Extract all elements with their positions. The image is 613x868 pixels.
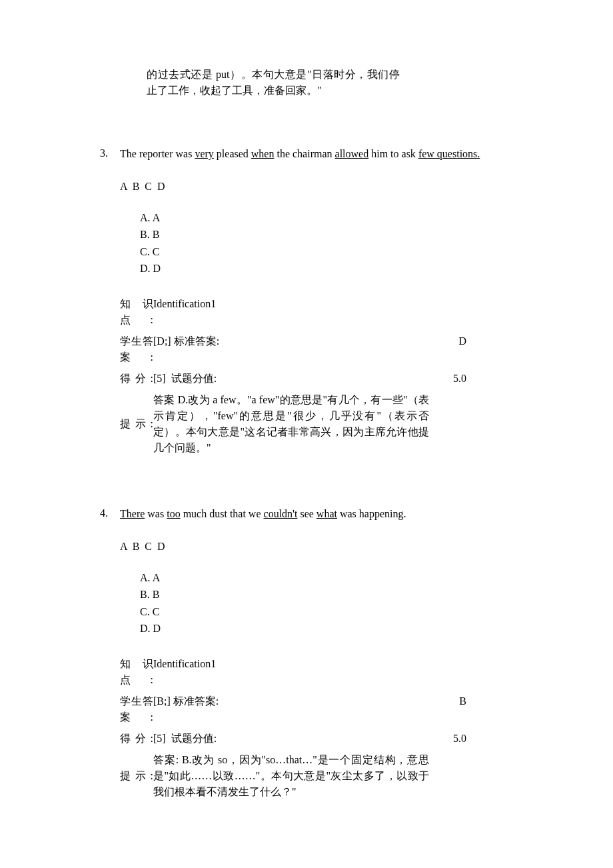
question-4: 4. There was too much dust that we could… — [100, 505, 513, 803]
underlined-a: There — [120, 508, 145, 519]
choice-a: A. A — [140, 569, 513, 587]
student-answer-label: 学生答案: — [120, 331, 153, 368]
underlined-c: allowed — [335, 148, 369, 159]
question-number: 4. — [100, 505, 120, 521]
question-3: 3. The reporter was very pleased when th… — [100, 145, 513, 459]
score-row: 得分: [5] 试题分值: 5.0 — [120, 728, 466, 749]
item-value: 5.0 — [453, 371, 466, 387]
text-part: much dust that we — [181, 508, 264, 519]
score-left: [5] 试题分值: — [153, 731, 217, 747]
answer-left: [B;] 标准答案: — [153, 693, 219, 709]
item-value: 5.0 — [453, 731, 466, 747]
score-row-content: [5] 试题分值: 5.0 — [153, 731, 466, 747]
answer-row: 学生答案: [B;] 标准答案: B — [120, 691, 466, 728]
hint-label: 提示: — [120, 749, 153, 803]
score-label: 得分: — [120, 368, 153, 389]
standard-answer-value: D — [458, 333, 466, 349]
choice-a: A. A — [140, 209, 513, 227]
text-part: was — [145, 508, 167, 519]
choice-d: D. D — [140, 260, 513, 277]
score-row-content: [5] 试题分值: 5.0 — [153, 371, 466, 387]
score-value: [5] — [153, 373, 166, 384]
text-part: see — [297, 508, 316, 519]
choice-b: B. B — [140, 586, 513, 603]
student-answer-label: 学生答案: — [120, 691, 153, 728]
standard-answer-label: 标准答案: — [174, 335, 219, 347]
info-table: 知识点: Identification1 学生答案: [B;] 标准答案: B — [120, 653, 466, 803]
choice-list: A. A B. B C. C D. D — [140, 569, 513, 637]
question-number: 3. — [100, 145, 120, 161]
hint-value: 答案: B.改为 so，因为"so…that…"是一个固定结构，意思是"如此……… — [153, 752, 429, 800]
score-value: [5] — [153, 733, 166, 744]
abcd-markers: A B C D — [120, 179, 513, 195]
question-body: There was too much dust that we couldn't… — [120, 505, 513, 803]
underlined-c: couldn't — [264, 508, 298, 519]
answer-row: 学生答案: [D;] 标准答案: D — [120, 331, 466, 368]
text-part: him to ask — [368, 148, 418, 159]
score-left: [5] 试题分值: — [153, 371, 217, 387]
previous-hint-continuation: 的过去式还是 put）。本句大意是"日落时分，我们停止了工作，收起了工具，准备回… — [147, 67, 400, 99]
hint-row: 提示: 答案 D.改为 a few。"a few"的意思是"有几个，有一些"（表… — [120, 389, 466, 459]
underlined-b: too — [167, 508, 180, 519]
score-label: 得分: — [120, 728, 153, 749]
underlined-b: when — [251, 148, 275, 159]
info-table: 知识点: Identification1 学生答案: [D;] 标准答案: D — [120, 293, 466, 459]
choice-d: D. D — [140, 620, 513, 637]
choice-c: C. C — [140, 603, 513, 621]
student-answer-value: [B;] — [153, 695, 171, 707]
knowledge-value: Identification1 — [153, 293, 466, 331]
text-part: pleased — [214, 148, 251, 159]
answer-row-content: [D;] 标准答案: D — [153, 333, 466, 349]
knowledge-label: 知识点: — [120, 293, 153, 331]
standard-answer-label: 标准答案: — [173, 695, 219, 707]
document-page: 的过去式还是 put）。本句大意是"日落时分，我们停止了工作，收起了工具，准备回… — [0, 0, 613, 868]
knowledge-row: 知识点: Identification1 — [120, 653, 466, 691]
score-row: 得分: [5] 试题分值: 5.0 — [120, 368, 466, 389]
knowledge-label: 知识点: — [120, 653, 153, 691]
standard-answer-value: B — [459, 693, 466, 709]
question-text: The reporter was very pleased when the c… — [120, 145, 513, 163]
student-answer-value: [D;] — [153, 335, 171, 347]
abcd-markers: A B C D — [120, 539, 513, 555]
text-part: the chairman — [274, 148, 334, 159]
choice-b: B. B — [140, 226, 513, 243]
question-body: The reporter was very pleased when the c… — [120, 145, 513, 459]
choice-c: C. C — [140, 243, 513, 261]
item-value-label: 试题分值: — [171, 373, 217, 384]
hint-value: 答案 D.改为 a few。"a few"的意思是"有几个，有一些"（表示肯定）… — [153, 392, 429, 456]
text-part: The reporter was — [120, 148, 195, 159]
question-text: There was too much dust that we couldn't… — [120, 505, 513, 523]
hint-label: 提示: — [120, 389, 153, 459]
item-value-label: 试题分值: — [171, 733, 217, 744]
underlined-d: few questions. — [418, 148, 480, 159]
choice-list: A. A B. B C. C D. D — [140, 209, 513, 277]
text-part: was happening. — [337, 508, 406, 519]
knowledge-row: 知识点: Identification1 — [120, 293, 466, 331]
underlined-d: what — [316, 508, 337, 519]
knowledge-value: Identification1 — [153, 653, 466, 691]
underlined-a: very — [195, 148, 213, 159]
answer-left: [D;] 标准答案: — [153, 333, 219, 349]
answer-row-content: [B;] 标准答案: B — [153, 693, 466, 709]
hint-row: 提示: 答案: B.改为 so，因为"so…that…"是一个固定结构，意思是"… — [120, 749, 466, 803]
